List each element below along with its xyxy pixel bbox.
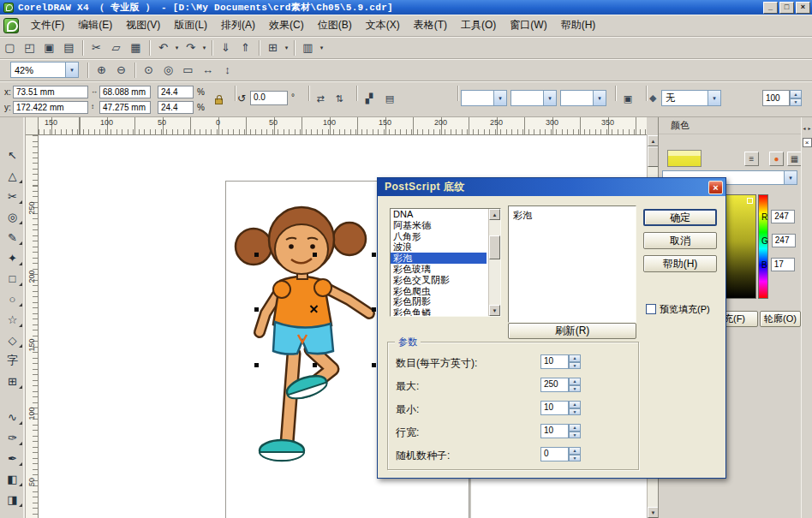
spin-up-icon[interactable]: ▲ bbox=[790, 90, 802, 98]
list-item[interactable]: DNA bbox=[391, 209, 487, 220]
menu-help[interactable]: 帮助(H) bbox=[554, 15, 603, 35]
selection-center-marker[interactable] bbox=[309, 304, 319, 313]
interactive-blend-tool[interactable]: ∿ bbox=[2, 407, 24, 427]
spin-up-icon[interactable]: ▲ bbox=[569, 354, 581, 362]
combo-arrow-icon[interactable]: ▾ bbox=[708, 91, 720, 105]
menu-layout[interactable]: 版面(L) bbox=[167, 15, 214, 35]
object-width-field[interactable]: 68.088 mm bbox=[99, 86, 151, 98]
fill-tool[interactable]: ◧ bbox=[2, 468, 24, 489]
selection-handle[interactable] bbox=[372, 253, 376, 257]
count-field[interactable]: 10 bbox=[540, 354, 569, 369]
text-wrap-button[interactable]: ▣ bbox=[618, 90, 637, 108]
mirror-horizontal-button[interactable]: ⇄ bbox=[312, 90, 329, 108]
cancel-button[interactable]: 取消 bbox=[643, 232, 717, 249]
x-position-field[interactable]: 73.51 mm bbox=[13, 86, 88, 98]
horizontal-ruler[interactable]: 150 100 50 0 50 100 150 200 250 300 350 bbox=[39, 117, 647, 135]
outline-width-combo[interactable]: 无 ▾ bbox=[661, 90, 721, 106]
spin-up-icon[interactable]: ▲ bbox=[569, 447, 581, 455]
palette-scroll-right-icon[interactable]: ► bbox=[807, 124, 812, 133]
list-item[interactable]: 波浪 bbox=[391, 241, 487, 253]
zoom-out-icon[interactable]: ⊖ bbox=[111, 61, 131, 80]
zoom-to-all-icon[interactable]: ◎ bbox=[158, 61, 178, 80]
line-width-spinner[interactable]: ▲ ▼ bbox=[569, 424, 581, 438]
color-palettes-icon[interactable]: ▦ bbox=[787, 152, 802, 166]
list-scrollbar[interactable]: ▲ ▼ bbox=[488, 209, 500, 316]
combo-arrow-icon[interactable]: ▾ bbox=[543, 91, 556, 105]
outline-button[interactable]: 轮廓(O) bbox=[760, 311, 801, 327]
zoom-in-icon[interactable]: ⊕ bbox=[92, 61, 111, 80]
max-spinner[interactable]: ▲ ▼ bbox=[569, 378, 581, 392]
rectangle-tool[interactable]: □ bbox=[2, 268, 24, 289]
spin-down-icon[interactable]: ▼ bbox=[569, 362, 581, 370]
text-tool[interactable]: 字 bbox=[2, 350, 24, 371]
line-width-field[interactable]: 10 bbox=[540, 424, 569, 438]
spin-down-icon[interactable]: ▼ bbox=[569, 385, 581, 393]
undo-icon[interactable]: ↶ bbox=[153, 39, 173, 57]
menu-text[interactable]: 文本(X) bbox=[359, 15, 407, 35]
y-position-field[interactable]: 172.422 mm bbox=[13, 101, 88, 114]
zoom-to-page-icon[interactable]: ▭ bbox=[178, 61, 198, 80]
scroll-thumb[interactable] bbox=[489, 235, 500, 259]
redo-icon[interactable]: ↷ bbox=[181, 39, 200, 57]
list-item[interactable]: 彩色玻璃 bbox=[391, 264, 487, 275]
list-item[interactable]: 彩色爬虫 bbox=[391, 286, 487, 297]
menu-file[interactable]: 文件(F) bbox=[24, 15, 71, 35]
paste-icon[interactable]: ▦ bbox=[126, 39, 146, 57]
selection-handle[interactable] bbox=[254, 307, 259, 312]
dialog-close-button[interactable]: × bbox=[708, 181, 723, 194]
r-value-field[interactable]: 247 bbox=[771, 210, 795, 223]
freehand-tool[interactable]: ✎ bbox=[2, 227, 24, 247]
snap-dropdown-icon[interactable]: ▾ bbox=[318, 39, 325, 57]
preview-fill-checkbox[interactable] bbox=[646, 304, 656, 314]
min-spinner[interactable]: ▲ ▼ bbox=[569, 401, 581, 415]
spin-up-icon[interactable]: ▲ bbox=[569, 424, 581, 432]
menu-effects[interactable]: 效果(C) bbox=[262, 15, 311, 35]
import-icon[interactable]: ⇓ bbox=[216, 39, 236, 57]
wrap-paragraph-text-button[interactable]: ▤ bbox=[380, 90, 399, 108]
selection-handle[interactable] bbox=[372, 363, 376, 367]
selection-handle[interactable] bbox=[313, 363, 317, 367]
opacity-field[interactable]: 100 bbox=[762, 90, 790, 106]
help-button[interactable]: 帮助(H) bbox=[643, 255, 717, 272]
zoom-to-height-icon[interactable]: ↕ bbox=[218, 61, 237, 80]
list-item[interactable]: 八角形 bbox=[391, 231, 487, 242]
selection-handle[interactable] bbox=[254, 363, 259, 367]
smart-drawing-tool[interactable]: ✦ bbox=[2, 247, 24, 268]
list-item[interactable]: 彩色阴影 bbox=[391, 296, 487, 307]
menu-window[interactable]: 窗口(W) bbox=[503, 15, 553, 35]
opacity-spinner[interactable]: ▲ ▼ bbox=[790, 90, 802, 106]
selection-handle[interactable] bbox=[313, 253, 317, 257]
combo-arrow-icon[interactable]: ▾ bbox=[493, 91, 506, 105]
crop-tool[interactable]: ✂ bbox=[2, 186, 24, 206]
menu-bitmaps[interactable]: 位图(B) bbox=[311, 15, 359, 35]
menu-tools[interactable]: 工具(O) bbox=[454, 15, 503, 35]
vertical-ruler[interactable]: 250 200 150 100 50 bbox=[26, 135, 39, 518]
combo-arrow-icon[interactable]: ▾ bbox=[784, 171, 797, 184]
texture-list[interactable]: DNA 阿基米德 八角形 波浪 彩泡 彩色玻璃 彩色交叉阴影 彩色爬虫 彩色阴影… bbox=[390, 208, 501, 317]
new-icon[interactable]: ▢ bbox=[0, 39, 20, 57]
min-field[interactable]: 10 bbox=[540, 401, 569, 415]
undo-dropdown-icon[interactable]: ▾ bbox=[173, 39, 181, 57]
redo-dropdown-icon[interactable]: ▾ bbox=[200, 39, 208, 57]
spin-down-icon[interactable]: ▼ bbox=[790, 98, 802, 107]
rotation-angle-field[interactable]: 0.0 bbox=[250, 91, 288, 105]
random-seed-field[interactable]: 0 bbox=[540, 447, 569, 461]
random-seed-spinner[interactable]: ▲ ▼ bbox=[569, 447, 581, 461]
application-launcher-icon[interactable]: ⊞ bbox=[263, 39, 283, 57]
list-item[interactable]: 彩色交叉阴影 bbox=[391, 275, 487, 286]
spin-up-icon[interactable]: ▲ bbox=[569, 401, 581, 408]
zoom-to-width-icon[interactable]: ↔ bbox=[198, 61, 218, 80]
open-icon[interactable]: ◰ bbox=[20, 39, 39, 57]
selection-handle[interactable] bbox=[372, 307, 376, 312]
selection-handle[interactable] bbox=[254, 253, 259, 257]
table-tool[interactable]: ⊞ bbox=[2, 371, 24, 391]
zoom-level-combo[interactable]: 42% ▾ bbox=[10, 62, 79, 78]
scale-x-field[interactable]: 24.4 bbox=[158, 86, 194, 98]
style-combo-2[interactable]: ▾ bbox=[510, 90, 557, 106]
cut-icon[interactable]: ✂ bbox=[87, 39, 106, 57]
ellipse-tool[interactable]: ○ bbox=[2, 289, 24, 309]
refresh-button[interactable]: 刷新(R) bbox=[508, 323, 636, 339]
print-icon[interactable]: ▤ bbox=[59, 39, 79, 57]
g-value-field[interactable]: 247 bbox=[772, 234, 796, 247]
eyedropper-tool[interactable]: ✑ bbox=[2, 427, 24, 448]
